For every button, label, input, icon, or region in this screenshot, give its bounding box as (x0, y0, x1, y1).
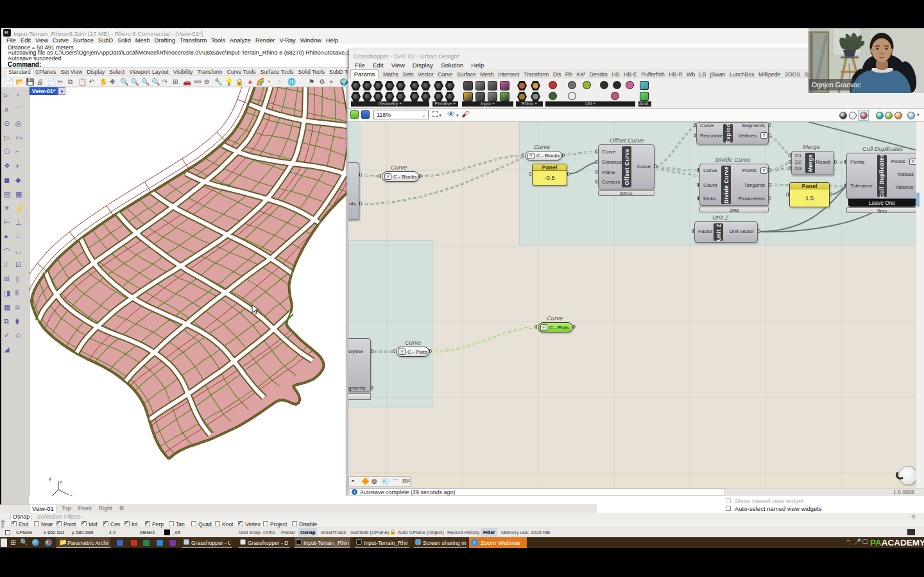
svg-text:Ognjen Graovac: Ognjen Graovac (812, 81, 860, 89)
svg-text:y: y (49, 476, 51, 481)
svg-text:z: z (60, 479, 62, 485)
